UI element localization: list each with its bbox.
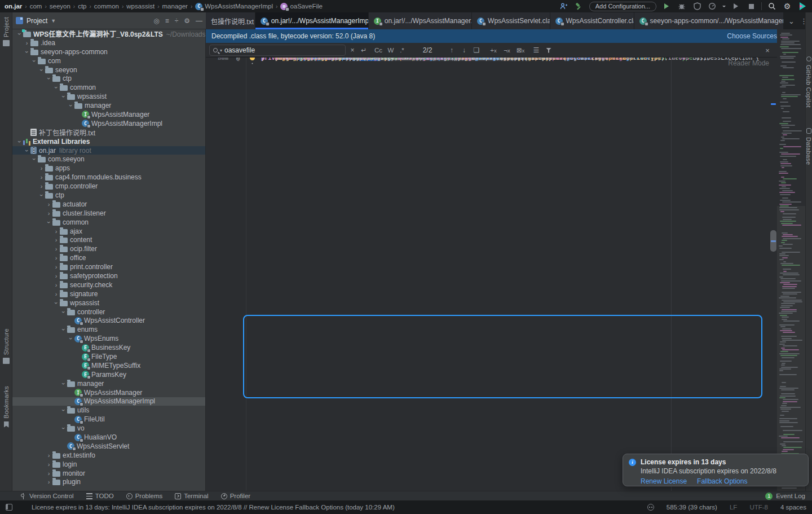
tree-item-com-seeyon[interactable]: ›com.seeyon xyxy=(12,155,205,164)
tree-item-paramskey[interactable]: EParamsKey xyxy=(12,370,205,379)
settings-gear-icon[interactable]: ⚙ xyxy=(782,1,792,11)
tree-item-cap4-form-modules-business[interactable]: ›cap4.form.modules.business xyxy=(12,173,205,182)
ide-widget-icon[interactable] xyxy=(647,504,654,511)
breadcrumb-item[interactable]: com xyxy=(30,3,42,10)
tree-chevron-icon[interactable]: › xyxy=(52,300,60,306)
tree-chevron-icon[interactable]: › xyxy=(52,263,60,270)
breadcrumb-item[interactable]: ctp xyxy=(78,3,86,10)
editor-area[interactable]: Decompiled .class file, bytecode version… xyxy=(206,29,777,491)
toolwindow-version-control[interactable]: Version Control xyxy=(20,493,74,499)
tree-item-apps[interactable]: ›apps xyxy=(12,164,205,173)
tree-chevron-icon[interactable]: › xyxy=(16,138,23,145)
gutter-icon[interactable]: › xyxy=(231,58,245,64)
tree-item-safetyprotection[interactable]: ›safetyprotection xyxy=(12,271,205,280)
tree-item-ext-testinfo[interactable]: ›ext.testinfo xyxy=(12,451,205,460)
tree-item-wpsassistmanager[interactable]: IWpsAssistManager xyxy=(12,388,205,397)
line-separator[interactable]: LF xyxy=(730,504,737,511)
select-all-occurrences-icon[interactable]: ❏ xyxy=(472,43,481,58)
toolwindow-toggle-icon[interactable] xyxy=(6,504,12,511)
expand-options-icon[interactable]: ÷ xyxy=(175,17,179,25)
tab-wpsassistcontroller-class[interactable]: CWpsAssistController.class× xyxy=(550,12,634,29)
code-minimap[interactable] xyxy=(777,29,805,491)
tree-chevron-icon[interactable]: › xyxy=(38,165,45,172)
add-configuration-button[interactable]: Add Configuration... xyxy=(589,2,656,11)
tree-item-wpsassistservlet[interactable]: CWpsAssistServlet xyxy=(12,442,205,451)
tree-item-com[interactable]: ›com xyxy=(12,56,205,65)
breadcrumb-item[interactable]: moaSaveFile xyxy=(280,3,323,10)
tree-chevron-icon[interactable]: › xyxy=(30,156,38,162)
tree-item-ocip-filter[interactable]: ›ocip.filter xyxy=(12,244,205,253)
tree-chevron-icon[interactable]: › xyxy=(45,219,52,226)
tree-item-office[interactable]: ›office xyxy=(12,253,205,262)
tree-chevron-icon[interactable]: › xyxy=(45,470,52,477)
tree-chevron-icon[interactable]: › xyxy=(38,67,45,73)
tree-item-enums[interactable]: ›enums xyxy=(12,325,205,334)
file-encoding[interactable]: UTF-8 xyxy=(749,504,768,511)
tree-item-signature[interactable]: ›signature xyxy=(12,289,205,298)
find-option-2-icon[interactable]: ¬x xyxy=(501,43,513,58)
code-with-me-icon[interactable] xyxy=(559,1,569,11)
sidebar-item-structure[interactable]: Structure xyxy=(0,328,12,364)
caret-position[interactable]: 585:39 (39 chars) xyxy=(667,504,717,511)
sidebar-item-project[interactable]: Project xyxy=(0,17,12,46)
tree-item-external-libraries[interactable]: ›External Libraries xyxy=(12,137,205,146)
tree-item-wpsassist[interactable]: ›wpsassist xyxy=(12,298,205,307)
tree-item--idea[interactable]: ›.idea xyxy=(12,38,205,47)
error-stripe[interactable] xyxy=(770,29,777,491)
hide-panel-icon[interactable]: — xyxy=(196,17,202,25)
search-everywhere-icon[interactable] xyxy=(767,1,777,11)
tree-chevron-icon[interactable]: › xyxy=(52,236,60,243)
tree-chevron-icon[interactable]: › xyxy=(45,478,52,485)
tab--txt[interactable]: 包操作说明.txt× xyxy=(206,12,255,29)
code-viewport[interactable]: 560› }561562 return item == null ? null … xyxy=(206,58,777,491)
tree-chevron-icon[interactable]: › xyxy=(38,192,45,199)
tree-chevron-icon[interactable]: › xyxy=(52,291,60,297)
tree-item-print-controller[interactable]: ›print.controller xyxy=(12,262,205,271)
tab-on-jar-wpsassistmanager-class[interactable]: Ion.jar!/.../WpsAssistManager.class× xyxy=(369,12,472,29)
sidebar-item-github-copilot[interactable]: GitHub Copilot xyxy=(805,56,812,108)
profiler-icon[interactable] xyxy=(707,1,717,11)
search-input[interactable]: ▾ oasavefile xyxy=(209,45,346,56)
tree-item-monitor[interactable]: ›monitor xyxy=(12,469,205,478)
tree-chevron-icon[interactable]: › xyxy=(67,102,74,109)
tree-item-seeyon[interactable]: ›seeyon xyxy=(12,65,205,74)
prev-match-icon[interactable]: ↑ xyxy=(447,43,456,58)
tree-item-cmp-controller[interactable]: ›cmp.controller xyxy=(12,182,205,191)
tree-item-hualianvo[interactable]: CHualianVO xyxy=(12,433,205,442)
tree-chevron-icon[interactable]: › xyxy=(60,407,67,414)
stop-button[interactable] xyxy=(746,1,756,11)
fold-down-icon[interactable]: › xyxy=(233,58,243,60)
tree-item-filetype[interactable]: EFileType xyxy=(12,352,205,361)
panel-settings-icon[interactable]: ⚙ xyxy=(184,17,190,25)
tree-item-vo[interactable]: ›vo xyxy=(12,424,205,433)
regex-toggle[interactable]: .* xyxy=(398,43,407,58)
tree-chevron-icon[interactable]: › xyxy=(60,93,67,100)
tree-item-ctp[interactable]: ›ctp xyxy=(12,191,205,200)
indent-setting[interactable]: 4 spaces xyxy=(780,504,806,511)
tree-item-wpsassistmanagerimpl[interactable]: CWpsAssistManagerImpl xyxy=(12,397,205,406)
tree-chevron-icon[interactable]: › xyxy=(60,425,67,432)
toolwindow-todo[interactable]: TODO xyxy=(86,493,114,499)
tree-item-manager[interactable]: ›manager xyxy=(12,101,205,110)
match-case-toggle[interactable]: Cc xyxy=(373,43,384,58)
tree-chevron-icon[interactable]: › xyxy=(60,380,67,387)
tree-item-businesskey[interactable]: EBusinessKey xyxy=(12,343,205,352)
tree-chevron-icon[interactable]: › xyxy=(52,273,60,279)
run-options-caret-icon[interactable] xyxy=(722,6,726,9)
tree-item-wps-v8-0sp2-lts[interactable]: ›WPS任意文件上传漏洞补丁_V8.0sp2&LTS~/Downloads/WP… xyxy=(12,29,205,38)
tab-on-jar-wpsassistmanagerimpl-class[interactable]: Con.jar!/.../WpsAssistManagerImpl.class× xyxy=(255,12,369,29)
tree-chevron-icon[interactable]: › xyxy=(23,39,30,46)
tree-chevron-icon[interactable]: › xyxy=(23,147,30,154)
run-secondary-button[interactable] xyxy=(731,1,741,11)
words-toggle[interactable]: W xyxy=(386,43,395,58)
status-message[interactable]: License expires in 13 days: IntelliJ IDE… xyxy=(32,504,395,511)
tree-chevron-icon[interactable]: › xyxy=(45,452,52,459)
sidebar-item-database[interactable]: Database xyxy=(805,128,812,165)
tree-chevron-icon[interactable]: › xyxy=(23,49,30,55)
breadcrumb-item[interactable]: CWpsAssistManagerImpl xyxy=(195,3,273,10)
debug-icon[interactable] xyxy=(677,1,687,11)
scrollbar-thumb[interactable] xyxy=(770,230,776,252)
tree-item-security-check[interactable]: ›security.check xyxy=(12,280,205,289)
tree-chevron-icon[interactable]: › xyxy=(60,309,67,315)
toolwindow-problems[interactable]: Problems xyxy=(126,493,163,499)
